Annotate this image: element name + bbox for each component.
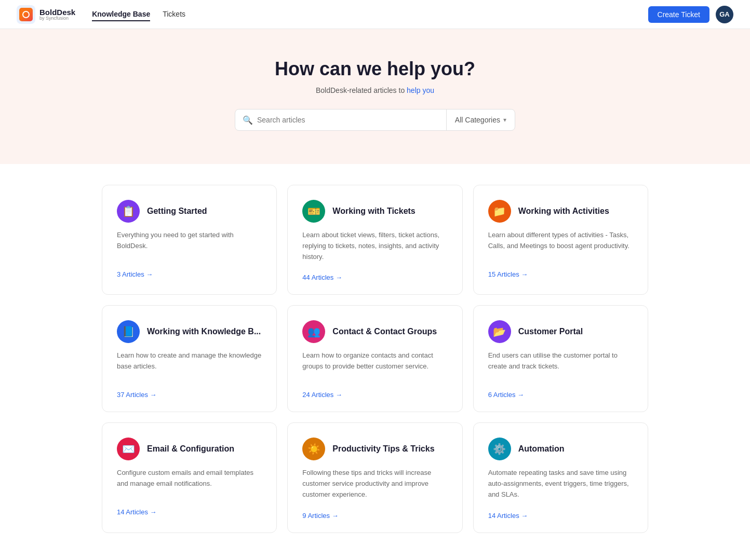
card-title-working-with-activities: Working with Activities (518, 207, 609, 216)
card-customer-portal[interactable]: 📂 Customer Portal End users can utilise … (473, 305, 648, 412)
logo-text: BoldDesk by Syncfusion (39, 8, 75, 21)
logo-icon-inner (19, 8, 33, 21)
card-desc-customer-portal: End users can utilise the customer porta… (488, 350, 633, 379)
header-right: Create Ticket GA (648, 6, 733, 23)
card-icon-customer-portal: 📂 (488, 320, 511, 343)
hero-section: How can we help you? BoldDesk-related ar… (0, 29, 750, 164)
card-title-working-with-knowledge-base: Working with Knowledge B... (147, 327, 261, 336)
card-title-working-with-tickets: Working with Tickets (332, 207, 415, 216)
card-icon-email-configuration: ✉️ (117, 438, 140, 460)
card-email-configuration[interactable]: ✉️ Email & Configuration Configure custo… (102, 422, 277, 532)
card-icon-automation: ⚙️ (488, 438, 511, 460)
card-header: ✉️ Email & Configuration (117, 438, 262, 460)
card-link-automation[interactable]: 14 Articles → (488, 512, 528, 520)
avatar[interactable]: GA (716, 6, 733, 23)
card-working-with-knowledge-base[interactable]: 📘 Working with Knowledge B... Learn how … (102, 305, 277, 412)
main-nav: Knowledge Base Tickets (92, 8, 185, 21)
logo: BoldDesk by Syncfusion (17, 5, 75, 24)
card-working-with-tickets[interactable]: 🎫 Working with Tickets Learn about ticke… (287, 185, 462, 295)
category-dropdown[interactable]: All Categories ▾ (447, 116, 515, 124)
card-link-productivity-tips[interactable]: 9 Articles → (302, 512, 338, 520)
card-header: 👥 Contact & Contact Groups (302, 320, 447, 343)
search-input-wrap: 🔍 (235, 110, 446, 130)
card-title-productivity-tips: Productivity Tips & Tricks (332, 444, 434, 454)
nav-knowledge-base[interactable]: Knowledge Base (92, 8, 150, 21)
hero-subtitle-link[interactable]: help you (407, 86, 434, 94)
card-title-contact-contact-groups: Contact & Contact Groups (332, 327, 437, 336)
card-link-email-configuration[interactable]: 14 Articles → (117, 508, 157, 516)
cards-grid: 📋 Getting Started Everything you need to… (102, 185, 648, 533)
hero-title: How can we help you? (17, 58, 733, 80)
card-title-automation: Automation (518, 444, 565, 454)
card-desc-working-with-tickets: Learn about ticket views, filters, ticke… (302, 230, 447, 262)
card-link-working-with-knowledge-base[interactable]: 37 Articles → (117, 391, 157, 399)
card-header: 📘 Working with Knowledge B... (117, 320, 262, 343)
logo-name: BoldDesk (39, 8, 75, 16)
create-ticket-button[interactable]: Create Ticket (648, 6, 709, 23)
card-title-customer-portal: Customer Portal (518, 327, 583, 336)
card-link-contact-contact-groups[interactable]: 24 Articles → (302, 391, 342, 399)
card-header: 📂 Customer Portal (488, 320, 633, 343)
card-title-email-configuration: Email & Configuration (147, 444, 234, 454)
card-icon-working-with-tickets: 🎫 (302, 200, 325, 223)
card-header: 🎫 Working with Tickets (302, 200, 447, 223)
chevron-down-icon: ▾ (503, 116, 506, 124)
card-link-customer-portal[interactable]: 6 Articles → (488, 391, 524, 399)
card-link-working-with-activities[interactable]: 15 Articles → (488, 270, 528, 278)
card-icon-contact-contact-groups: 👥 (302, 320, 325, 343)
card-getting-started[interactable]: 📋 Getting Started Everything you need to… (102, 185, 277, 295)
logo-sub: by Syncfusion (39, 16, 75, 21)
logo-icon (17, 5, 35, 24)
hero-subtitle-plain: BoldDesk-related articles to (316, 86, 407, 94)
search-input[interactable] (257, 110, 439, 130)
card-icon-working-with-knowledge-base: 📘 (117, 320, 140, 343)
card-desc-getting-started: Everything you need to get started with … (117, 230, 262, 259)
card-desc-productivity-tips: Following these tips and tricks will inc… (302, 468, 447, 500)
card-icon-productivity-tips: ☀️ (302, 438, 325, 460)
cards-section: 📋 Getting Started Everything you need to… (89, 164, 661, 554)
card-productivity-tips[interactable]: ☀️ Productivity Tips & Tricks Following … (287, 422, 462, 532)
card-desc-automation: Automate repeating tasks and save time u… (488, 468, 633, 500)
category-label: All Categories (455, 116, 500, 124)
hero-subtitle: BoldDesk-related articles to help you (17, 86, 733, 94)
nav-tickets[interactable]: Tickets (163, 8, 185, 21)
card-icon-getting-started: 📋 (117, 200, 140, 223)
header-left: BoldDesk by Syncfusion Knowledge Base Ti… (17, 5, 185, 24)
card-title-getting-started: Getting Started (147, 207, 207, 216)
card-header: ☀️ Productivity Tips & Tricks (302, 438, 447, 460)
card-working-with-activities[interactable]: 📁 Working with Activities Learn about di… (473, 185, 648, 295)
card-header: ⚙️ Automation (488, 438, 633, 460)
card-desc-email-configuration: Configure custom emails and email templa… (117, 468, 262, 497)
card-automation[interactable]: ⚙️ Automation Automate repeating tasks a… (473, 422, 648, 532)
search-bar: 🔍 All Categories ▾ (235, 109, 515, 131)
header: BoldDesk by Syncfusion Knowledge Base Ti… (0, 0, 750, 29)
card-link-getting-started[interactable]: 3 Articles → (117, 270, 153, 278)
card-icon-working-with-activities: 📁 (488, 200, 511, 223)
card-contact-contact-groups[interactable]: 👥 Contact & Contact Groups Learn how to … (287, 305, 462, 412)
card-desc-working-with-knowledge-base: Learn how to create and manage the knowl… (117, 350, 262, 379)
card-link-working-with-tickets[interactable]: 44 Articles → (302, 274, 342, 281)
card-desc-working-with-activities: Learn about different types of activitie… (488, 230, 633, 259)
card-header: 📁 Working with Activities (488, 200, 633, 223)
card-desc-contact-contact-groups: Learn how to organize contacts and conta… (302, 350, 447, 379)
card-header: 📋 Getting Started (117, 200, 262, 223)
search-icon: 🔍 (243, 115, 253, 125)
